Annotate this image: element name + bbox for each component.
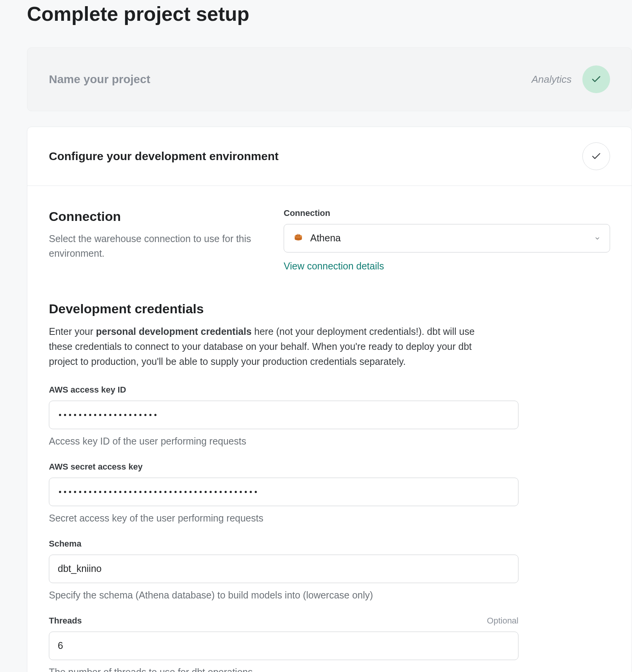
threads-group: Threads Optional The number of threads t…	[49, 615, 518, 672]
credentials-title: Development credentials	[49, 300, 610, 318]
step-configure-env-panel: Configure your development environment C…	[27, 127, 632, 672]
athena-icon	[293, 232, 304, 244]
access-key-label: AWS access key ID	[49, 384, 518, 396]
check-icon	[582, 65, 610, 93]
threads-input[interactable]	[49, 632, 518, 660]
access-key-help: Access key ID of the user performing req…	[49, 435, 518, 448]
credentials-section: Development credentials Enter your perso…	[49, 300, 610, 672]
connection-section: Connection Select the warehouse connecti…	[49, 207, 610, 273]
step2-header[interactable]: Configure your development environment	[27, 127, 632, 186]
step1-heading: Name your project	[49, 71, 150, 87]
step2-heading: Configure your development environment	[49, 148, 279, 164]
check-icon	[582, 142, 610, 170]
schema-group: Schema Specify the schema (Athena databa…	[49, 538, 518, 602]
secret-key-input[interactable]	[49, 478, 518, 506]
schema-input[interactable]	[49, 555, 518, 583]
view-connection-details-link[interactable]: View connection details	[284, 259, 384, 273]
schema-help: Specify the schema (Athena database) to …	[49, 588, 518, 602]
connection-field-label: Connection	[284, 207, 610, 219]
threads-label: Threads	[49, 615, 82, 627]
connection-selected-value: Athena	[310, 231, 341, 245]
threads-optional-tag: Optional	[487, 615, 518, 627]
svg-rect-2	[298, 234, 298, 237]
access-key-group: AWS access key ID Access key ID of the u…	[49, 384, 518, 448]
access-key-input[interactable]	[49, 401, 518, 429]
step-name-project-panel[interactable]: Name your project Analytics	[27, 47, 632, 111]
connection-title: Connection	[49, 207, 268, 226]
chevron-down-icon	[594, 231, 600, 245]
connection-select[interactable]: Athena	[284, 224, 610, 252]
page-title: Complete project setup	[27, 0, 632, 28]
svg-rect-1	[296, 234, 297, 237]
connection-description: Select the warehouse connection to use f…	[49, 232, 268, 261]
credentials-description: Enter your personal development credenti…	[49, 324, 488, 369]
secret-key-help: Secret access key of the user performing…	[49, 512, 518, 525]
schema-label: Schema	[49, 538, 518, 550]
threads-help: The number of threads to use for dbt ope…	[49, 665, 518, 672]
svg-rect-3	[299, 234, 300, 237]
secret-key-label: AWS secret access key	[49, 461, 518, 473]
secret-key-group: AWS secret access key Secret access key …	[49, 461, 518, 525]
project-name-value: Analytics	[532, 72, 572, 86]
